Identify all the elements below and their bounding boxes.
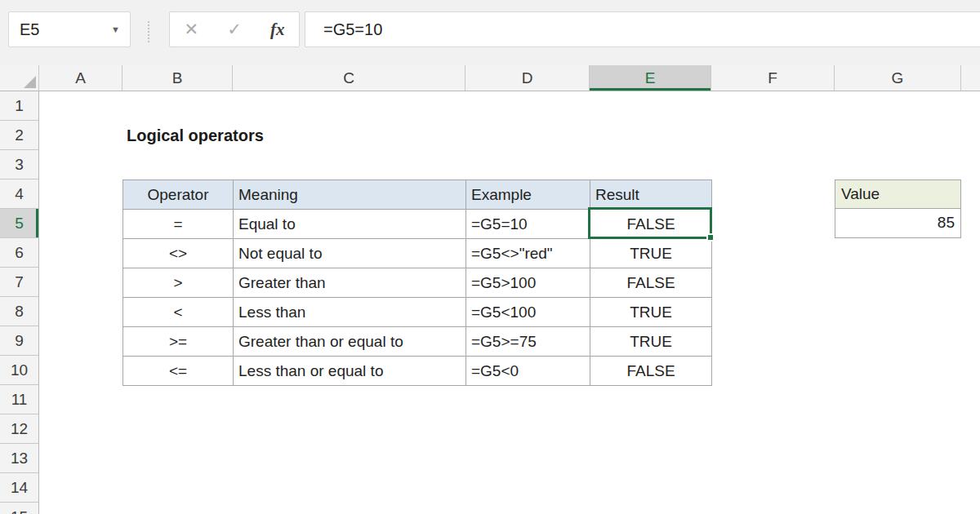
- cell-meaning[interactable]: Greater than or equal to: [234, 327, 466, 357]
- cell-meaning[interactable]: Less than: [234, 298, 466, 327]
- cell-example[interactable]: =G5>=75: [466, 327, 590, 357]
- sheet-title[interactable]: Logical operators: [127, 121, 264, 150]
- row-header-8[interactable]: 8: [0, 297, 38, 326]
- formula-bar[interactable]: =G5=10: [305, 11, 980, 47]
- formula-bar-value: =G5=10: [323, 20, 382, 39]
- name-box[interactable]: E5 ▼: [8, 11, 131, 47]
- insert-function-icon[interactable]: fx: [270, 20, 285, 40]
- select-all-button[interactable]: [0, 65, 39, 91]
- table-header-meaning[interactable]: Meaning: [234, 180, 466, 210]
- name-box-dropdown-icon[interactable]: ▼: [111, 24, 130, 34]
- cell-example[interactable]: =G5=10: [466, 210, 590, 239]
- row-header-13[interactable]: 13: [0, 444, 38, 473]
- row-header-11[interactable]: 11: [0, 385, 38, 414]
- cell-meaning[interactable]: Less than or equal to: [234, 357, 466, 386]
- column-header-C[interactable]: C: [233, 65, 466, 91]
- cell-operator[interactable]: >=: [123, 327, 234, 357]
- cell-operator[interactable]: =: [123, 210, 234, 239]
- cancel-icon[interactable]: ✕: [185, 20, 199, 39]
- enter-icon[interactable]: ✓: [227, 20, 242, 39]
- sheet-area: Logical operators OperatorMeaningExample…: [40, 92, 980, 514]
- row-header-15[interactable]: 15: [0, 503, 38, 514]
- row-header-10[interactable]: 10: [0, 356, 38, 385]
- row-header-5[interactable]: 5: [0, 209, 38, 238]
- fill-handle[interactable]: [706, 233, 715, 241]
- column-header-D[interactable]: D: [466, 65, 590, 91]
- row-headers: 123456789101112131415: [0, 91, 39, 514]
- cell-example[interactable]: =G5<>"red": [466, 239, 590, 268]
- table-header-result[interactable]: Result: [590, 180, 712, 210]
- value-box: Value 85: [835, 179, 961, 238]
- row-header-4[interactable]: 4: [0, 179, 38, 209]
- cell-meaning[interactable]: Greater than: [234, 268, 466, 298]
- cell-result[interactable]: TRUE: [590, 327, 712, 357]
- select-all-icon: [24, 76, 36, 88]
- formula-toolbar: E5 ▼ ✕ ✓ fx =G5=10: [0, 0, 980, 65]
- row-header-12[interactable]: 12: [0, 414, 38, 444]
- cell-result[interactable]: TRUE: [590, 239, 712, 268]
- column-header-filler: [961, 65, 980, 91]
- row-header-14[interactable]: 14: [0, 473, 38, 503]
- cell-operator[interactable]: >: [123, 268, 234, 298]
- column-header-A[interactable]: A: [39, 65, 122, 91]
- table-header-operator[interactable]: Operator: [123, 180, 234, 210]
- column-headers: ABCDEFG: [0, 65, 980, 91]
- row-header-6[interactable]: 6: [0, 238, 38, 268]
- toolbar-separator: [148, 21, 149, 42]
- cell-example[interactable]: =G5<100: [466, 298, 590, 327]
- column-header-B[interactable]: B: [122, 65, 233, 91]
- value-box-header[interactable]: Value: [835, 180, 960, 209]
- cell-result[interactable]: FALSE: [590, 357, 712, 386]
- row-header-1[interactable]: 1: [0, 91, 38, 121]
- cell-result[interactable]: TRUE: [590, 298, 712, 327]
- formula-buttons: ✕ ✓ fx: [169, 11, 300, 47]
- cell-example[interactable]: =G5<0: [466, 357, 590, 386]
- cell-operator[interactable]: <=: [123, 357, 234, 386]
- row-header-2[interactable]: 2: [0, 121, 38, 150]
- cell-meaning[interactable]: Equal to: [234, 210, 466, 239]
- row-header-9[interactable]: 9: [0, 326, 38, 356]
- row-header-3[interactable]: 3: [0, 150, 38, 179]
- column-header-E[interactable]: E: [590, 65, 711, 91]
- selection-border: [588, 207, 712, 239]
- cell-example[interactable]: =G5>100: [466, 268, 590, 298]
- column-header-G[interactable]: G: [835, 65, 961, 91]
- table-header-example[interactable]: Example: [466, 180, 590, 210]
- column-header-F[interactable]: F: [711, 65, 835, 91]
- name-box-value: E5: [20, 20, 39, 39]
- cell-operator[interactable]: <: [123, 298, 234, 327]
- row-header-7[interactable]: 7: [0, 268, 38, 297]
- cell-meaning[interactable]: Not equal to: [234, 239, 466, 268]
- cell-result[interactable]: FALSE: [590, 268, 712, 298]
- value-box-value[interactable]: 85: [835, 209, 960, 237]
- cell-operator[interactable]: <>: [123, 239, 234, 268]
